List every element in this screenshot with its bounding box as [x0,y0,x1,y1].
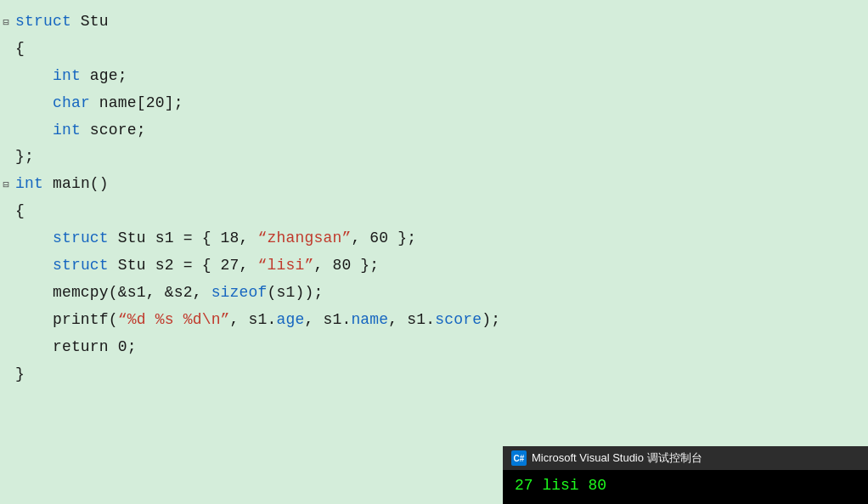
code-line-content: int age; [12,65,127,88]
code-line-content: struct Stu s2 = { 27, “lisi”, 80 }; [12,254,379,278]
console-popup: C# Microsoft Visual Studio 调试控制台 27 lisi… [503,446,868,504]
code-line: printf(“%d %s %d\n”, s1.age, s1.name, s1… [0,307,868,334]
collapse-icon[interactable]: ⊟ [0,178,12,194]
code-line: ⊟int main() [0,171,868,198]
code-line-content: { [12,37,25,61]
console-output: 27 lisi 80 [503,470,868,504]
code-line: ⊟struct Stu [0,8,868,36]
code-line-content: } [12,363,25,387]
code-line-content: { [12,200,25,224]
code-line: int score; [0,117,868,144]
code-line-content: }; [12,145,34,169]
code-line-content: struct Stu s1 = { 18, “zhangsan”, 60 }; [12,227,416,251]
console-header: C# Microsoft Visual Studio 调试控制台 [503,446,868,470]
code-line: struct Stu s2 = { 27, “lisi”, 80 }; [0,252,868,280]
code-line: struct Stu s1 = { 18, “zhangsan”, 60 }; [0,225,868,252]
console-title: Microsoft Visual Studio 调试控制台 [532,450,702,466]
code-line-content: return 0; [12,336,137,360]
code-line-content: printf(“%d %s %d\n”, s1.age, s1.name, s1… [12,309,500,332]
code-line-content: int main() [12,173,109,196]
code-line-content: memcpy(&s1, &s2, sizeof(s1)); [12,281,323,305]
code-line: int age; [0,63,868,90]
code-line-content: int score; [12,119,146,143]
code-line-content: char name[20]; [12,92,183,116]
console-app-icon: C# [511,450,527,466]
code-editor: ⊟struct Stu{ int age; char name[20]; int… [0,0,868,504]
code-line: memcpy(&s1, &s2, sizeof(s1)); [0,280,868,307]
code-line: { [0,36,868,63]
code-line: return 0; [0,334,868,361]
code-line-content: struct Stu [12,10,109,34]
code-line: char name[20]; [0,90,868,117]
code-line: } [0,361,868,388]
code-line: { [0,198,868,225]
collapse-icon[interactable]: ⊟ [0,15,12,31]
code-line: }; [0,144,868,171]
